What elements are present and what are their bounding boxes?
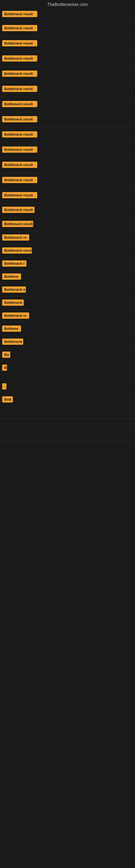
bottleneck-result-badge: Bott bbox=[2, 396, 13, 403]
bottleneck-result-badge: Bo bbox=[2, 351, 10, 358]
bottleneck-result-badge: Bottleneck result bbox=[2, 192, 37, 198]
bottleneck-result-badge: Bottleneck result bbox=[2, 177, 37, 183]
list-item: · bbox=[0, 380, 135, 394]
list-item: Bottlene bbox=[0, 323, 135, 336]
list-item bbox=[0, 418, 135, 424]
list-item: Bottleneck re bbox=[0, 231, 135, 245]
bottleneck-result-badge: Bottleneck result bbox=[2, 131, 37, 137]
list-item bbox=[0, 407, 135, 412]
bottleneck-result-badge: · bbox=[2, 383, 6, 390]
list-item: Bottleneck result bbox=[0, 97, 135, 112]
bottleneck-result-badge: Bottleneck r bbox=[2, 260, 27, 267]
bottleneck-result-badge: Bottleneck bbox=[2, 300, 24, 306]
list-item: Bottleneck result bbox=[0, 188, 135, 204]
list-item: Bottleneck bbox=[0, 297, 135, 310]
bottleneck-result-badge: Bottleneck result bbox=[2, 101, 37, 107]
list-item bbox=[0, 412, 135, 418]
list-item bbox=[0, 375, 135, 380]
bottleneck-result-badge: Bottlene bbox=[2, 326, 21, 332]
bottleneck-result-badge: Bottleneck result bbox=[2, 162, 37, 168]
list-item: Bottleneck result bbox=[0, 21, 135, 36]
bottleneck-result-badge: Bottleneck n bbox=[2, 286, 26, 293]
list-item: Bottleneck r bbox=[0, 258, 135, 271]
bottleneck-result-badge: Bottleneck result bbox=[2, 116, 37, 122]
bottleneck-result-badge: Bottleneck re bbox=[2, 312, 29, 319]
list-item: Bottleneck result bbox=[0, 8, 135, 21]
bottleneck-result-badge: Bottleneck re bbox=[2, 235, 29, 241]
list-item: Bottleneck result bbox=[0, 112, 135, 127]
bottleneck-result-badge: Bottleneck result bbox=[2, 11, 37, 17]
bottleneck-result-badge: B bbox=[2, 365, 7, 371]
list-item: Bottleneck bbox=[0, 336, 135, 349]
bottleneck-result-badge: Bottleneck result bbox=[2, 147, 37, 153]
list-item: B bbox=[0, 362, 135, 375]
list-item: Bottleneck result bbox=[0, 52, 135, 67]
list-item: Bottleneck result bbox=[0, 127, 135, 143]
list-item: Bottleneck result bbox=[0, 82, 135, 97]
list-item bbox=[0, 424, 135, 429]
site-title: TheBottlenecker.com bbox=[0, 0, 135, 8]
bottleneck-result-badge: Bottleneck result bbox=[2, 25, 37, 31]
bottleneck-result-badge: Bottleneck result bbox=[2, 40, 37, 46]
bottleneck-result-badge: Bottleneck result bbox=[2, 221, 33, 227]
list-item: Bottlene bbox=[0, 271, 135, 284]
bottleneck-result-badge: Bottleneck result bbox=[2, 86, 37, 92]
list-item: Bottleneck result bbox=[0, 218, 135, 231]
list-item: Bottleneck result bbox=[0, 204, 135, 218]
bottleneck-result-badge: Bottleneck result bbox=[2, 55, 37, 62]
list-item: Bo bbox=[0, 349, 135, 362]
list-item: Bottleneck result bbox=[0, 36, 135, 52]
list-item: Bottleneck re bbox=[0, 310, 135, 323]
bottleneck-list: Bottleneck resultBottleneck resultBottle… bbox=[0, 8, 135, 685]
list-item: Bottleneck result bbox=[0, 173, 135, 188]
list-item bbox=[0, 435, 135, 441]
page-wrapper: TheBottlenecker.com Bottleneck resultBot… bbox=[0, 0, 135, 685]
list-item: Bottleneck n bbox=[0, 284, 135, 297]
bottleneck-result-badge: Bottlene bbox=[2, 273, 21, 280]
list-item: Bottleneck result bbox=[0, 158, 135, 173]
list-item: Bott bbox=[0, 394, 135, 407]
list-item: Bottleneck result bbox=[0, 245, 135, 258]
list-item: Bottleneck result bbox=[0, 67, 135, 82]
bottleneck-result-badge: Bottleneck result bbox=[2, 70, 37, 77]
list-item bbox=[0, 429, 135, 435]
list-item: Bottleneck result bbox=[0, 143, 135, 158]
bottleneck-result-badge: Bottleneck bbox=[2, 339, 23, 345]
bottleneck-result-badge: Bottleneck result bbox=[2, 207, 35, 213]
bottleneck-result-badge: Bottleneck result bbox=[2, 247, 32, 254]
